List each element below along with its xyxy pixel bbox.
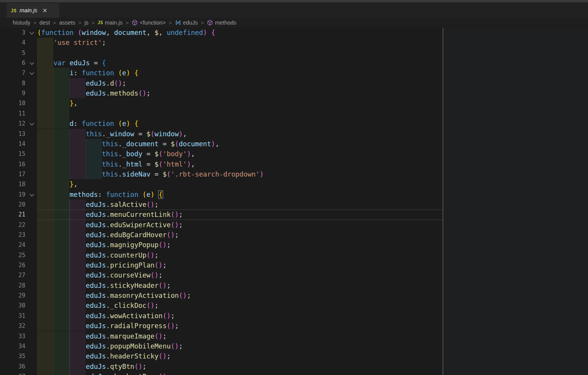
- vscode-window: JS main.js × histudy>dest>assets>js>JSma…: [0, 0, 588, 375]
- code-line[interactable]: 7 i: function (e) {: [0, 68, 443, 78]
- line-number[interactable]: 26: [0, 260, 25, 270]
- line-number[interactable]: 24: [0, 240, 25, 250]
- fold-chevron-down-icon[interactable]: [30, 60, 34, 64]
- code-text: this._html = $('html'),: [37, 159, 195, 169]
- code-line[interactable]: 18 },: [0, 179, 443, 189]
- code-text: eduJs.counterUp();: [37, 250, 159, 260]
- code-line[interactable]: 22 eduJs.eduSwiperActive();: [0, 220, 443, 230]
- line-number[interactable]: 8: [0, 78, 25, 88]
- line-number[interactable]: 29: [0, 291, 25, 301]
- code-line[interactable]: 6 var eduJs = {: [0, 58, 443, 68]
- line-number[interactable]: 28: [0, 281, 25, 291]
- breadcrumb-item-assets[interactable]: assets: [59, 20, 75, 26]
- line-number[interactable]: 6: [0, 58, 25, 68]
- line-number[interactable]: 32: [0, 321, 25, 331]
- code-line[interactable]: 34 eduJs.popupMobileMenu();: [0, 341, 443, 351]
- breadcrumb-item-methods[interactable]: methods: [207, 20, 236, 26]
- code-line[interactable]: 17 this.sideNav = $('.rbt-search-dropdow…: [0, 169, 443, 179]
- line-number[interactable]: 31: [0, 311, 25, 321]
- line-number[interactable]: 25: [0, 250, 25, 260]
- line-number[interactable]: 12: [0, 119, 25, 129]
- code-line[interactable]: 14 this._document = $(document),: [0, 139, 443, 149]
- code-line[interactable]: 26 eduJs.pricingPlan();: [0, 260, 443, 270]
- line-number[interactable]: 21: [0, 210, 25, 220]
- fold-chevron-down-icon[interactable]: [30, 71, 34, 75]
- code-line[interactable]: 24 eduJs.magnigyPopup();: [0, 240, 443, 250]
- line-number[interactable]: 34: [0, 341, 25, 351]
- fold-chevron-down-icon[interactable]: [30, 121, 34, 125]
- breadcrumb-separator: >: [169, 20, 172, 26]
- line-number[interactable]: 18: [0, 179, 25, 189]
- code-line[interactable]: 32 eduJs.radialProgress();: [0, 321, 443, 331]
- line-number[interactable]: 33: [0, 331, 25, 341]
- line-number[interactable]: 13: [0, 129, 25, 139]
- symbol-method-icon: [132, 20, 138, 26]
- line-number[interactable]: 15: [0, 149, 25, 159]
- line-number[interactable]: 30: [0, 301, 25, 311]
- breadcrumb-item-histudy[interactable]: histudy: [13, 20, 30, 26]
- fold-chevron-down-icon[interactable]: [30, 192, 34, 196]
- breadcrumb-item-dest[interactable]: dest: [40, 20, 50, 26]
- code-line[interactable]: 33 eduJs.marqueImage();: [0, 331, 443, 341]
- code-line[interactable]: 25 eduJs.counterUp();: [0, 250, 443, 260]
- code-line[interactable]: 12 d: function (e) {: [0, 119, 443, 129]
- code-line[interactable]: 16 this._html = $('html'),: [0, 159, 443, 169]
- line-number[interactable]: 7: [0, 68, 25, 78]
- code-line[interactable]: 21 eduJs.menuCurrentLink();: [0, 210, 443, 220]
- line-number[interactable]: 10: [0, 98, 25, 108]
- code-line[interactable]: 9 eduJs.methods();: [0, 88, 443, 98]
- breadcrumb-item-edujs[interactable]: eduJs: [175, 20, 198, 26]
- fold-chevron-down-icon[interactable]: [30, 30, 34, 34]
- code-line[interactable]: 36 eduJs.qtyBtn();: [0, 362, 443, 372]
- code-line[interactable]: 31 eduJs.wowActivation();: [0, 311, 443, 321]
- code-line[interactable]: 11: [0, 109, 443, 119]
- breadcrumb-label: eduJs: [183, 20, 198, 26]
- code-line[interactable]: 15 this._body = $('body'),: [0, 149, 443, 159]
- code-line[interactable]: 27 eduJs.courseView();: [0, 270, 443, 280]
- line-number[interactable]: 20: [0, 200, 25, 210]
- line-number[interactable]: 27: [0, 270, 25, 280]
- code-text: [37, 109, 69, 119]
- breadcrumb-item-function[interactable]: <function>: [132, 20, 166, 26]
- code-line[interactable]: 4 'use strict';: [0, 38, 443, 48]
- code-text: methods: function (e) {: [37, 190, 163, 200]
- code-text: 'use strict';: [37, 38, 106, 48]
- code-line[interactable]: 20 eduJs.salActive();: [0, 200, 443, 210]
- code-line[interactable]: 35 eduJs.headerSticky();: [0, 351, 443, 361]
- line-number[interactable]: 4: [0, 38, 25, 48]
- breadcrumb-item-main-js[interactable]: JSmain.js: [97, 20, 122, 26]
- code-line[interactable]: 13 this._window = $(window),: [0, 129, 443, 139]
- line-number[interactable]: 22: [0, 220, 25, 230]
- line-number[interactable]: 36: [0, 362, 25, 372]
- code-line[interactable]: 23 eduJs.eduBgCardHover();: [0, 230, 443, 240]
- code-line[interactable]: 19 methods: function (e) {: [0, 190, 443, 200]
- line-number[interactable]: 37: [0, 372, 25, 375]
- line-number[interactable]: 23: [0, 230, 25, 240]
- code-line[interactable]: 28 eduJs.stickyHeader();: [0, 281, 443, 291]
- code-line[interactable]: 5: [0, 48, 443, 58]
- code-text: eduJs.qtyBtn();: [37, 362, 147, 372]
- code-line[interactable]: 8 eduJs.d();: [0, 78, 443, 88]
- line-number[interactable]: 19: [0, 190, 25, 200]
- line-number[interactable]: 14: [0, 139, 25, 149]
- code-line[interactable]: 10 },: [0, 98, 443, 108]
- code-text: eduJs.methods();: [37, 88, 150, 98]
- code-text: eduJs.stickyHeader();: [37, 281, 171, 291]
- code-line[interactable]: 3(function (window, document, $, undefin…: [0, 28, 443, 38]
- breadcrumb-item-js[interactable]: js: [84, 20, 88, 26]
- line-number[interactable]: 17: [0, 169, 25, 179]
- line-number[interactable]: 11: [0, 109, 25, 119]
- line-number[interactable]: 9: [0, 88, 25, 98]
- line-number[interactable]: 16: [0, 159, 25, 169]
- code-text: eduJs.eduSwiperActive();: [37, 220, 183, 230]
- breadcrumb-separator: >: [201, 20, 204, 26]
- close-icon[interactable]: ×: [43, 7, 47, 14]
- code-line[interactable]: 37 eduJs.checkoutPage();: [0, 372, 443, 375]
- line-number[interactable]: 5: [0, 48, 25, 58]
- line-number[interactable]: 35: [0, 351, 25, 361]
- tab-main-js[interactable]: JS main.js ×: [7, 3, 59, 18]
- code-line[interactable]: 30 eduJs._clickDoc();: [0, 301, 443, 311]
- editor[interactable]: 3(function (window, document, $, undefin…: [0, 28, 443, 375]
- code-line[interactable]: 29 eduJs.masonryActivation();: [0, 291, 443, 301]
- line-number[interactable]: 3: [0, 28, 25, 38]
